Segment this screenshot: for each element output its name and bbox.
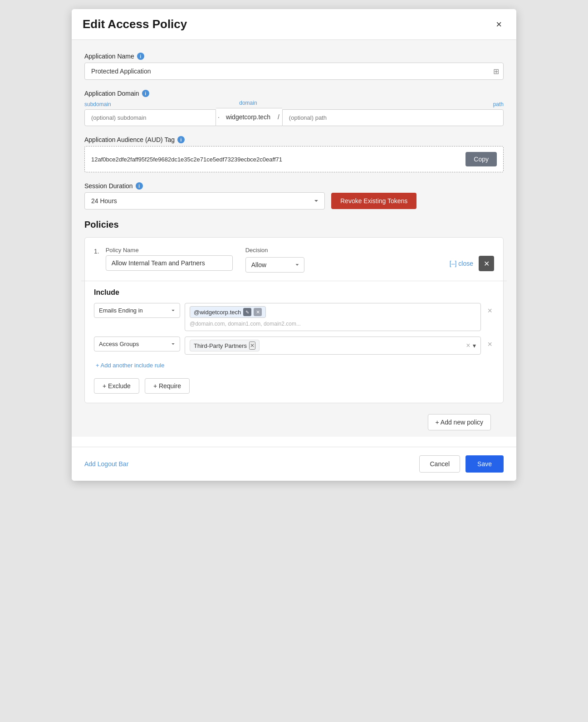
aud-label: Application Audience (AUD) Tag i <box>84 136 504 143</box>
aud-value: 12af0bce2dfe2faff95f25fe9682dc1e35c2e71c… <box>91 156 460 163</box>
collapse-button[interactable]: [–] close <box>450 260 473 267</box>
session-select[interactable]: 24 Hours 1 Hour 6 Hours 12 Hours 1 Week <box>84 192 325 210</box>
policy-decision-label: Decision <box>245 247 304 254</box>
app-name-icon: ⊞ <box>493 67 499 76</box>
rule-value-area-1: @widgetcorp.tech ✎ ✕ @domain.com, domain… <box>185 303 481 331</box>
policy-decision-wrapper: Decision Allow Block Bypass <box>245 247 304 273</box>
policy-name-wrapper: Policy Name <box>106 247 233 271</box>
footer-buttons: Cancel Save <box>419 455 504 473</box>
delete-policy-button[interactable]: ✕ <box>479 256 494 271</box>
group-tags: Third-Party Partners ✕ <box>190 340 466 351</box>
app-name-section: Application Name i ⊞ <box>84 53 504 80</box>
rule-remove-button-1[interactable]: × <box>485 304 494 317</box>
policy-decision-select[interactable]: Allow Block Bypass <box>245 257 304 273</box>
group-dropdown-button[interactable]: ▾ <box>473 342 476 349</box>
policy-card-1: 1. Policy Name Decision Allow Block Bypa… <box>84 237 504 403</box>
rule-placeholder-1: @domain.com, domain1.com, domain2.com... <box>190 320 476 328</box>
session-label: Session Duration i <box>84 182 504 190</box>
subdomain-label: subdomain <box>84 101 216 107</box>
modal-footer: Add Logout Bar Cancel Save <box>72 447 516 481</box>
session-section: Session Duration i 24 Hours 1 Hour 6 Hou… <box>84 182 504 210</box>
app-domain-section: Application Domain i subdomain · domain … <box>84 90 504 126</box>
domain-separator: · <box>216 108 221 126</box>
exclude-button[interactable]: + Exclude <box>94 378 139 394</box>
app-domain-label: Application Domain i <box>84 90 504 97</box>
aud-info-icon[interactable]: i <box>177 136 185 143</box>
group-tag-value: Third-Party Partners <box>194 342 247 349</box>
modal-body: Application Name i ⊞ Application Domain … <box>72 40 516 437</box>
aud-container: 12af0bce2dfe2faff95f25fe9682dc1e35c2e71c… <box>84 146 504 172</box>
session-row: 24 Hours 1 Hour 6 Hours 12 Hours 1 Week … <box>84 192 504 210</box>
app-name-input-wrapper: ⊞ <box>84 63 504 80</box>
include-rule-2: Access Groups Email Emails Ending in IP … <box>94 337 494 355</box>
policy-actions-1: [–] close ✕ <box>450 256 494 271</box>
edit-access-policy-modal: Edit Access Policy × Application Name i … <box>72 9 516 481</box>
path-label: path <box>282 101 504 107</box>
cancel-button[interactable]: Cancel <box>419 455 460 473</box>
modal-title: Edit Access Policy <box>83 17 187 31</box>
add-include-rule-link[interactable]: + Add another include rule <box>96 362 164 369</box>
subdomain-section: subdomain <box>84 101 216 126</box>
app-name-info-icon[interactable]: i <box>137 53 144 60</box>
require-button[interactable]: + Require <box>145 378 190 394</box>
domain-slash: / <box>275 108 282 126</box>
rule-value-area-2: Third-Party Partners ✕ × ▾ <box>185 337 481 355</box>
group-controls: × ▾ <box>466 341 476 350</box>
subdomain-input[interactable] <box>84 109 216 126</box>
save-button[interactable]: Save <box>466 455 504 473</box>
aud-section: Application Audience (AUD) Tag i 12af0bc… <box>84 136 504 172</box>
policy-divider <box>81 281 507 281</box>
group-tag-close-button[interactable]: ✕ <box>249 341 255 350</box>
add-new-policy-button[interactable]: + Add new policy <box>428 414 491 430</box>
domain-row: subdomain · domain widgetcorp.tech / pat… <box>84 100 504 126</box>
rule-type-select-1[interactable]: Emails Ending in Email Access Groups IP … <box>94 303 180 318</box>
policies-title: Policies <box>84 220 504 230</box>
group-tag-1: Third-Party Partners ✕ <box>190 340 260 351</box>
policies-section: Policies 1. Policy Name Decision Allow B… <box>84 220 504 437</box>
policies-actions-row: + Add new policy <box>84 410 504 437</box>
rule-remove-button-2[interactable]: × <box>485 337 494 351</box>
group-clear-button[interactable]: × <box>466 341 470 350</box>
email-tag-value: @widgetcorp.tech <box>194 309 241 316</box>
copy-button[interactable]: Copy <box>466 152 497 166</box>
email-tag-1: @widgetcorp.tech ✎ ✕ <box>190 306 266 318</box>
domain-value: widgetcorp.tech <box>221 108 275 126</box>
access-group-value: Third-Party Partners ✕ × ▾ <box>190 340 476 351</box>
policy-footer-btns: + Exclude + Require <box>94 378 494 394</box>
policy-name-input[interactable] <box>106 255 233 271</box>
policy-name-label: Policy Name <box>106 247 233 254</box>
domain-label: domain <box>221 100 275 106</box>
close-button[interactable]: × <box>492 18 505 31</box>
session-info-icon[interactable]: i <box>136 182 143 190</box>
revoke-tokens-button[interactable]: Revoke Existing Tokens <box>331 193 416 209</box>
modal-header: Edit Access Policy × <box>72 9 516 40</box>
path-input[interactable] <box>282 109 504 126</box>
include-rule-1: Emails Ending in Email Access Groups IP … <box>94 303 494 331</box>
path-section: path <box>282 101 504 126</box>
app-name-label: Application Name i <box>84 53 504 60</box>
app-domain-info-icon[interactable]: i <box>142 90 149 97</box>
domain-middle-section: domain widgetcorp.tech <box>221 100 275 126</box>
tag-edit-button[interactable]: ✎ <box>243 308 251 316</box>
policy-number-1: 1. <box>94 248 99 255</box>
policy-header-1: 1. Policy Name Decision Allow Block Bypa… <box>94 247 494 273</box>
app-name-input[interactable] <box>84 63 504 80</box>
tag-close-button[interactable]: ✕ <box>254 308 262 316</box>
tag-row-1: @widgetcorp.tech ✎ ✕ <box>190 306 476 318</box>
rule-type-select-2[interactable]: Access Groups Email Emails Ending in IP … <box>94 337 180 351</box>
include-title: Include <box>94 288 494 297</box>
add-logout-bar-link[interactable]: Add Logout Bar <box>84 460 128 468</box>
